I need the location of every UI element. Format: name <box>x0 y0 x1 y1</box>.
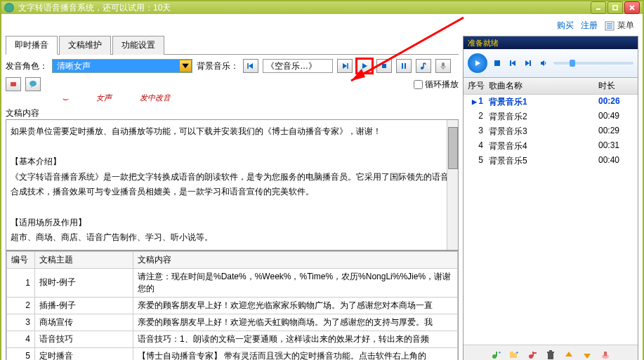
playlist-col-name[interactable]: 歌曲名称 <box>489 80 598 92</box>
content-textarea[interactable]: 如果贵单位需要定时播放、自动播放等功能，可以下载并安装我们的《博士自动播音专家》… <box>6 119 459 251</box>
voice-role-label: 发音角色： <box>6 60 48 72</box>
col-title[interactable]: 文稿主题 <box>35 251 133 268</box>
svg-rect-16 <box>405 63 406 69</box>
clear-button[interactable] <box>598 348 613 360</box>
player-next-button[interactable] <box>523 58 534 69</box>
table-row[interactable]: 4语音技巧语音技巧：1、朗读的文稿一定要通顺，这样读出来的效果才好，转出来的音频 <box>7 331 458 347</box>
menu-label: 菜单 <box>617 20 634 32</box>
svg-marker-44 <box>584 354 591 359</box>
titlebar: 文字转语音播音系统，还可以试用：10天 <box>1 1 643 14</box>
svg-rect-15 <box>402 63 403 69</box>
col-content[interactable]: 文稿内容 <box>133 251 458 268</box>
svg-marker-28 <box>525 60 530 66</box>
move-down-button[interactable] <box>579 348 595 360</box>
svg-rect-46 <box>604 352 607 356</box>
svg-rect-35 <box>510 352 513 354</box>
window-title: 文字转语音播音系统，还可以试用：10天 <box>18 2 591 14</box>
content-text: 如果贵单位需要定时播放、自动播放等功能，可以下载并安装我们的《博士自动播音专家》… <box>11 124 454 246</box>
loop-label: 循环播放 <box>425 79 459 91</box>
tab-bar: 即时播音 文稿维护 功能设置 <box>6 36 459 55</box>
col-num[interactable]: 编号 <box>7 251 35 268</box>
pause-button[interactable] <box>396 59 412 73</box>
remove-track-button[interactable] <box>525 348 540 360</box>
playlist-row[interactable]: 1背景音乐100:26 <box>464 95 638 109</box>
svg-point-22 <box>29 81 37 86</box>
minimize-button[interactable] <box>591 1 606 14</box>
svg-text:+: + <box>515 349 519 356</box>
playlist-col-duration[interactable]: 时长 <box>598 80 638 92</box>
voice-hint-smile: ⌣ <box>62 93 68 105</box>
volume-slider[interactable] <box>553 62 633 65</box>
player-stop-button[interactable] <box>492 58 503 69</box>
voice-role-dropdown[interactable]: 清晰女声 <box>52 59 192 73</box>
tab-instant-broadcast[interactable]: 即时播音 <box>6 36 58 55</box>
svg-rect-41 <box>547 352 554 353</box>
svg-rect-25 <box>494 60 500 66</box>
voice-role-value: 清晰女声 <box>53 60 179 72</box>
svg-rect-21 <box>11 82 16 86</box>
close-button[interactable] <box>624 1 640 14</box>
voice-hint-1: 女声 <box>96 93 112 105</box>
bg-next-button[interactable] <box>337 59 353 73</box>
tab-script-maintenance[interactable]: 文稿维护 <box>59 36 111 55</box>
content-label: 文稿内容 <box>6 107 459 119</box>
svg-marker-26 <box>511 60 515 66</box>
mic-button[interactable] <box>435 59 451 73</box>
svg-marker-11 <box>343 63 347 69</box>
script-table: 编号 文稿主题 文稿内容 1报时-例子请注意：现在时间是%Date%，%Week… <box>6 251 459 360</box>
menu-icon <box>605 21 615 31</box>
playlist-col-num[interactable]: 序号 <box>464 80 489 92</box>
svg-rect-40 <box>548 353 553 359</box>
bg-prev-button[interactable] <box>243 59 258 73</box>
bg-music-label: 背景音乐： <box>197 60 239 72</box>
playlist-row[interactable]: 3背景音乐300:29 <box>464 124 638 139</box>
svg-marker-24 <box>475 60 480 66</box>
svg-rect-1 <box>613 6 617 10</box>
delete-button[interactable] <box>543 348 558 360</box>
svg-marker-13 <box>362 63 367 69</box>
record-button[interactable] <box>6 77 21 91</box>
table-row[interactable]: 5定时播音【博士自动播音专家】 带有灵活而且强大的定时播音功能。点击软件右上角的 <box>7 347 458 360</box>
player-volume-icon[interactable] <box>538 58 549 69</box>
svg-rect-14 <box>382 64 386 68</box>
move-up-button[interactable] <box>561 348 577 360</box>
table-row[interactable]: 3商场宣传亲爱的顾客朋友早上好！欢迎光临天虹购物商场。为了感谢您的支持与厚爱。我 <box>7 314 458 331</box>
bg-music-input[interactable] <box>263 59 333 73</box>
table-row[interactable]: 2插播-例子亲爱的顾客朋友早上好！欢迎您光临家家乐购物广场。为了感谢您对本商场一… <box>7 297 458 314</box>
app-icon <box>4 3 14 13</box>
menu-button[interactable]: 菜单 <box>605 20 634 32</box>
content-scrollbar[interactable] <box>447 120 458 250</box>
add-folder-button[interactable]: + <box>506 348 522 360</box>
playlist-row[interactable]: 2背景音乐200:49 <box>464 109 638 124</box>
buy-link[interactable]: 购买 <box>557 20 574 32</box>
table-row[interactable]: 1报时-例子请注意：现在时间是%Date%，%Week%，%Time%，农历%N… <box>7 268 458 297</box>
playlist-row[interactable]: 5背景音乐500:40 <box>464 154 638 168</box>
add-track-button[interactable]: + <box>488 348 504 360</box>
music-note-button[interactable] <box>416 59 431 73</box>
stop-button[interactable] <box>376 59 392 73</box>
svg-marker-43 <box>565 352 572 356</box>
maximize-button[interactable] <box>607 1 623 14</box>
register-link[interactable]: 注册 <box>581 20 598 32</box>
svg-point-19 <box>442 62 445 67</box>
player-play-button[interactable] <box>468 53 487 73</box>
player-status: 准备就绪 <box>464 36 638 49</box>
tab-function-settings[interactable]: 功能设置 <box>112 36 164 55</box>
chat-button[interactable] <box>25 77 41 91</box>
svg-marker-9 <box>249 63 253 69</box>
player-prev-button[interactable] <box>507 58 518 69</box>
svg-marker-8 <box>182 64 189 68</box>
play-button[interactable] <box>357 59 372 73</box>
voice-hint-2: 发中改音 <box>140 93 171 105</box>
loop-checkbox[interactable] <box>414 80 423 89</box>
svg-marker-30 <box>541 60 544 66</box>
playlist-row[interactable]: 4背景音乐400:31 <box>464 139 638 154</box>
svg-text:+: + <box>498 349 501 356</box>
voice-role-dropdown-button[interactable] <box>179 60 192 72</box>
